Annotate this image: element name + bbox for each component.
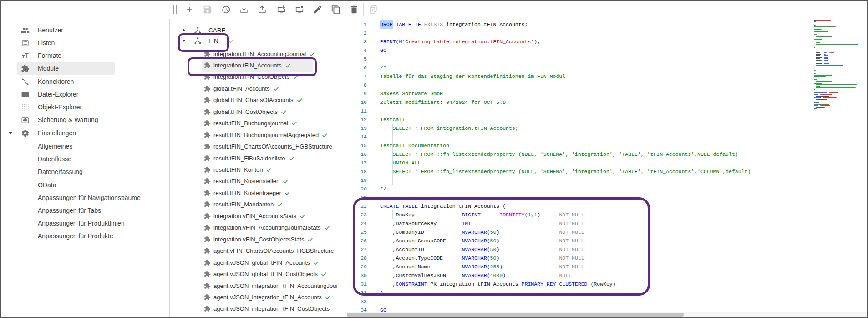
sidebar-item-module[interactable]: Module [0, 62, 169, 75]
tree-item-result-tfin-fibusaldenliste[interactable]: result.tFIN_FiBuSaldenliste [204, 152, 295, 164]
code-line[interactable]: 24 ,DataSourceKey INT NOT NULL [345, 219, 868, 228]
tree-item-agent-vfin-chartsofaccounts-hgbstructure[interactable]: agent.vFIN_ChartsOfAccounts_HGBStructure [204, 245, 334, 257]
code-line[interactable]: 5 [345, 55, 868, 63]
code-line[interactable]: 23 RowKey BIGINT IDENTITY(1,1) NOT NULL [345, 210, 868, 219]
tree-item-integration-vfin-accountsstats[interactable]: integration.vFIN_AccountsStats [204, 210, 306, 222]
tree-item-integration-vfin-accountingjournalstats[interactable]: integration.vFIN_AccountingJournalStats [204, 222, 330, 234]
line-number: 24 [350, 219, 367, 228]
tree-item-global-tfin-chartsofaccounts[interactable]: global.tFIN_ChartsOfAccounts [204, 94, 303, 106]
code-line[interactable]: 12Testcall [345, 115, 868, 124]
line-number: 22 [350, 202, 367, 210]
splitter-handle-icon[interactable] [173, 5, 178, 14]
tree-item-result-tfin-kostenstellen[interactable]: result.tFIN_Kostenstellen [204, 175, 289, 187]
code-line[interactable]: 18 SELECT * FROM ::fn_listextendedproper… [345, 167, 868, 176]
code-line[interactable]: 21 [345, 193, 868, 202]
tree-item-agent-vjson-integration-tfin-accountingjournal[interactable]: agent.vJSON_integration_tFIN_AccountingJ… [204, 280, 337, 292]
tree-item-agent-vjson-integration-tfin-costobjects[interactable]: agent.vJSON_integration_tFIN_CostObjects [204, 303, 330, 315]
tree-item-agent-vjson-global-tfin-accounts[interactable]: agent.vJSON_global_tFIN_Accounts [204, 256, 320, 268]
toolbar-button-add[interactable] [182, 2, 197, 17]
code-line[interactable]: 13 SELECT * FROM integration.tFIN_Accoun… [345, 124, 868, 133]
toolbar-button-import[interactable] [236, 2, 252, 17]
code-line[interactable]: 14 [345, 133, 868, 141]
code-line[interactable]: 7Tabelle für das Staging der Kontendefin… [345, 72, 868, 81]
code-line[interactable]: 20*/ [345, 185, 868, 193]
tree-item-result-tfin-buchungsjournal[interactable]: result.tFIN_Buchungsjournal [204, 118, 298, 129]
tree-item-integration-tfin-accounts[interactable]: integration.tFIN_Accounts [204, 59, 291, 71]
chevron-down-icon[interactable] [181, 38, 187, 43]
code-line[interactable]: 8 [345, 81, 868, 89]
toolbar-button-copy[interactable] [328, 2, 344, 17]
code-line[interactable]: 31 ,CONSTRAINT PK_integration_tFIN_Accou… [345, 280, 868, 288]
code-line[interactable]: 29 ,AccountName NVARCHAR(255) NOT NULL [345, 262, 868, 271]
sidebar-subitem-anpassungen-für-produktlinien[interactable]: Anpassungen für Produktlinien [0, 217, 169, 230]
tree-item-result-tfin-buchungsjournalaggregated[interactable]: result.tFIN_BuchungsjournalAggregated [204, 129, 328, 141]
toolbar-button-undeploy[interactable] [292, 2, 307, 17]
sidebar-subitem-label: Anpassungen für Produktlinien [38, 220, 125, 227]
code-line[interactable]: 9Saxess Software GmbH [345, 89, 868, 98]
sidebar-subitem-allgemeines[interactable]: Allgemeines [0, 140, 169, 153]
code-line[interactable]: 32); [345, 288, 868, 297]
code-line[interactable]: 19 [345, 176, 868, 185]
sidebar-item-formate[interactable]: Formate [0, 49, 169, 62]
sidebar-subitem-anpassungen-für-produkte[interactable]: Anpassungen für Produkte [0, 230, 169, 242]
code-line[interactable]: 33 [345, 297, 868, 306]
sidebar-subitem-odata[interactable]: OData [0, 179, 169, 191]
code-line[interactable]: 3PRINT(N'Creating table integration.tFIN… [345, 37, 868, 46]
code-line[interactable]: 6/* [345, 63, 868, 72]
tree-item-integration-tfin-accountingjournal[interactable]: integration.tFIN_AccountingJournal [204, 48, 315, 60]
code-line[interactable]: 15Testcall Documentation [345, 141, 868, 150]
toolbar-button-edit[interactable] [310, 2, 325, 17]
horizontal-scrollbar-thumb[interactable] [347, 313, 684, 317]
code-line[interactable]: 11 [345, 107, 868, 115]
sidebar-item-datei-explorer[interactable]: Datei-Explorer [0, 88, 169, 101]
sidebar-subitem-datenerfassung[interactable]: Datenerfassung [0, 165, 169, 178]
sidebar-subitem-anpassungen-für-tabs[interactable]: Anpassungen für Tabs [0, 204, 169, 217]
tree-item-result-tfin-konten[interactable]: result.tFIN_Konten [204, 164, 272, 176]
tree-item-label: global.tFIN_CostObjects [213, 108, 278, 115]
code-line[interactable]: 1DROP TABLE IF EXISTS integration.tFIN_A… [345, 20, 868, 29]
minimap[interactable] [814, 16, 867, 121]
code-line[interactable]: 4GO [345, 46, 868, 55]
sidebar-item-konnektoren[interactable]: Konnektoren [0, 75, 169, 88]
code-line[interactable]: 10Zuletzt modifiziert: 04/2024 for OCT 5… [345, 98, 868, 107]
puzzle-icon [204, 143, 211, 150]
code-line[interactable]: 17 UNION ALL [345, 159, 868, 167]
tree-item-agent-vjson-global-tfin-costobjects[interactable]: agent.vJSON_global_tFIN_CostObjects [204, 268, 327, 280]
code-line[interactable]: 16 SELECT * FROM ::fn_listextendedproper… [345, 150, 868, 159]
tree-item-integration-vfin-costobjectsstats[interactable]: integration.vFIN_CostObjectsStats [204, 233, 314, 245]
tree-item-global-tfin-accounts[interactable]: global.tFIN_Accounts [204, 82, 279, 94]
code-line[interactable]: 27 ,AccountID NVARCHAR(50) NOT NULL [345, 245, 868, 254]
tree-item-result-tfin-chartsofaccounts-hgbstructure[interactable]: result.tFIN_ChartsOfAccounts_HGBStructur… [204, 141, 332, 153]
chevron-right-icon[interactable] [181, 27, 187, 33]
toolbar-button-export[interactable] [254, 2, 270, 17]
tree-item-global-tfin-costobjects[interactable]: global.tFIN_CostObjects [204, 106, 287, 118]
code-text: ,AccountName NVARCHAR(255) NOT NULL [380, 262, 584, 271]
sidebar-item-einstellungen[interactable]: Einstellungen [0, 127, 169, 139]
toolbar-button-delete[interactable] [346, 2, 362, 17]
code-line[interactable]: 26 ,AccountGroupCODE NVARCHAR(50) NOT NU… [345, 236, 868, 245]
code-line[interactable]: 30 ,CustomValuesJSON NVARCHAR(4000) NULL [345, 271, 868, 280]
check-icon [299, 213, 306, 220]
tree-item-result-tfin-mandanten[interactable]: result.tFIN_Mandanten [204, 199, 283, 210]
sidebar-subitem-datenflüsse[interactable]: Datenflüsse [0, 153, 169, 165]
tree-item-result-tfin-kostentraeger[interactable]: result.tFIN_Kostentraeger [204, 187, 291, 199]
sidebar-item-objekt-explorer[interactable]: Objekt-Explorer [0, 101, 169, 113]
chevron-down-icon[interactable] [8, 130, 13, 136]
code-line[interactable]: 22CREATE TABLE integration.tFIN_Accounts… [345, 202, 868, 210]
toolbar-button-history[interactable] [218, 2, 233, 17]
toolbar-button-deploy[interactable] [274, 2, 289, 17]
minimap-line [816, 58, 820, 59]
sidebar-item-listen[interactable]: Listen [0, 36, 169, 49]
code-line[interactable]: 25 ,CompanyID NVARCHAR(50) NOT NULL [345, 228, 868, 236]
tree-node-fin[interactable]: FIN [170, 34, 345, 47]
sidebar-item-sicherung-wartung[interactable]: Sicherung & Wartung [0, 113, 169, 126]
sidebar-subitem-anpassungen-für-navigationsbäume[interactable]: Anpassungen für Navigationsbäume [0, 191, 169, 204]
code-line[interactable]: 2 [345, 29, 868, 37]
sidebar-item-benutzer[interactable]: Benutzer [0, 24, 169, 36]
tree-item-integration-tfin-costobjects[interactable]: integration.tFIN_CostObjects [204, 71, 299, 83]
code-line[interactable]: 28 ,AccountTypeCODE NVARCHAR(50) NOT NUL… [345, 254, 868, 262]
horizontal-scrollbar[interactable] [345, 312, 867, 317]
line-number: 29 [350, 262, 367, 271]
sql-editor[interactable]: 1DROP TABLE IF EXISTS integration.tFIN_A… [345, 19, 868, 318]
tree-item-agent-vjson-integration-tfin-accounts[interactable]: agent.vJSON_integration_tFIN_Accounts [204, 291, 331, 303]
